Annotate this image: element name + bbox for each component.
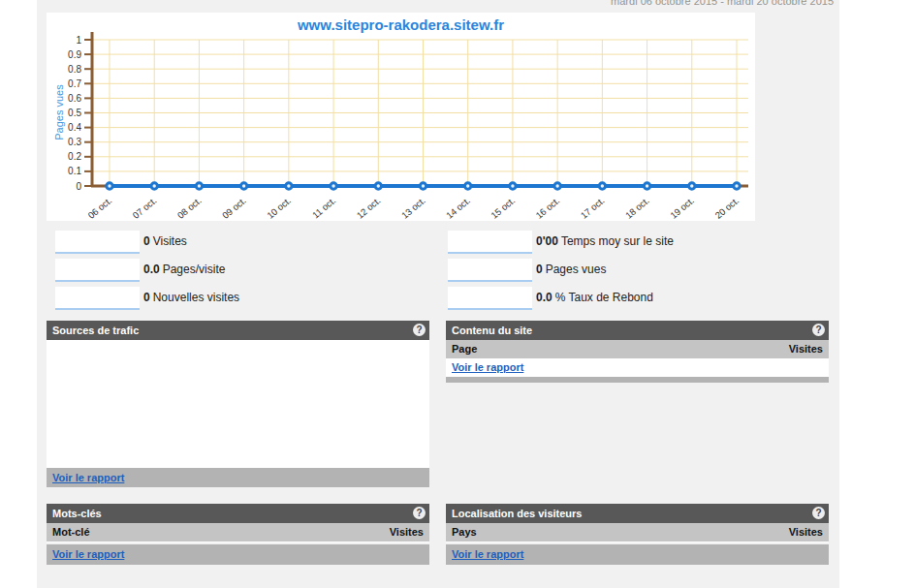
stat-row-pages-vues: 0Pages vues <box>448 259 816 284</box>
stat-row-temps-moyen: 0'00Temps moy sur le site <box>448 231 816 256</box>
sparkline-box <box>55 231 140 254</box>
panel-header: Sources de trafic ? <box>47 321 429 340</box>
panel-header: Mots-clés ? <box>47 504 429 523</box>
stat-label: Nouvelles visites <box>153 291 239 304</box>
stat-value: 0 <box>143 234 150 248</box>
help-icon[interactable]: ? <box>413 507 426 519</box>
svg-text:11 oct.: 11 oct. <box>310 195 337 220</box>
stat-row-nouvelles-visites: 0Nouvelles visites <box>55 287 424 312</box>
panel-contenu-du-site: Contenu du site ? Page Visites Voir le r… <box>446 321 829 383</box>
stat-row-taux-rebond: 0.0% Taux de Rebond <box>448 287 816 312</box>
stat-text: 0'00Temps moy sur le site <box>536 234 674 248</box>
svg-text:14 oct.: 14 oct. <box>444 195 472 221</box>
column-header-row: Pays Visites <box>446 523 829 542</box>
svg-text:16 oct.: 16 oct. <box>534 195 562 221</box>
svg-text:12 oct.: 12 oct. <box>355 195 383 221</box>
svg-text:0.9: 0.9 <box>68 49 81 60</box>
panel-header: Localisation des visiteurs ? <box>446 504 829 523</box>
column-header-pays: Pays <box>452 523 477 542</box>
column-header-mot-cle: Mot-clé <box>52 523 90 542</box>
voir-le-rapport-link[interactable]: Voir le rapport <box>52 472 124 483</box>
stat-value: 0 <box>143 291 150 304</box>
svg-text:0.5: 0.5 <box>68 108 81 118</box>
svg-text:0.3: 0.3 <box>68 137 81 147</box>
panel-title: Sources de trafic <box>52 325 139 336</box>
stat-text: 0Nouvelles visites <box>143 291 239 304</box>
help-icon[interactable]: ? <box>812 324 825 336</box>
voir-le-rapport-link[interactable]: Voir le rapport <box>52 548 124 560</box>
sparkline-box <box>448 259 532 282</box>
stat-label: Pages/visite <box>163 263 226 276</box>
svg-text:06 oct.: 06 oct. <box>85 195 113 221</box>
panel-mots-cles: Mots-clés ? Mot-clé Visites Voir le rapp… <box>47 504 429 565</box>
sparkline-box <box>448 287 532 310</box>
svg-text:0: 0 <box>76 181 81 192</box>
chart-canvas: 00.10.20.30.40.50.60.70.80.9106 oct.07 o… <box>47 13 755 221</box>
panel-title: Mots-clés <box>52 508 102 519</box>
svg-text:0.8: 0.8 <box>68 64 81 75</box>
stat-text: 0.0% Taux de Rebond <box>536 291 653 304</box>
stat-label: Temps moy sur le site <box>561 234 674 248</box>
panel-header: Contenu du site ? <box>446 321 829 340</box>
analytics-dashboard-page: mardi 06 octobre 2015 - mardi 20 octobre… <box>0 0 915 588</box>
stat-value: 0 <box>536 263 543 276</box>
svg-text:08 oct.: 08 oct. <box>175 195 204 221</box>
panel-sources-de-trafic: Sources de trafic ? Voir le rapport <box>47 321 429 487</box>
link-row: Voir le rapport <box>446 544 829 565</box>
panel-body <box>47 340 429 468</box>
panel-localisation-visiteurs: Localisation des visiteurs ? Pays Visite… <box>446 504 829 565</box>
stat-label: Pages vues <box>546 263 607 276</box>
panel-title: Localisation des visiteurs <box>452 508 583 519</box>
sparkline-box <box>55 287 140 310</box>
svg-text:10 oct.: 10 oct. <box>265 195 293 221</box>
stat-text: 0.0Pages/visite <box>143 263 225 276</box>
panel-title: Contenu du site <box>452 325 532 336</box>
stat-value: 0.0 <box>143 263 160 276</box>
svg-text:19 oct.: 19 oct. <box>668 195 696 221</box>
stat-row-visites: 0Visites <box>55 231 424 256</box>
voir-le-rapport-link[interactable]: Voir le rapport <box>452 361 523 373</box>
panel-footer-strip <box>446 377 829 383</box>
panel-footer: Voir le rapport <box>47 468 429 487</box>
column-header-visites: Visites <box>789 523 823 542</box>
stat-value: 0'00 <box>536 234 558 248</box>
svg-text:17 oct.: 17 oct. <box>579 195 607 221</box>
stat-value: 0.0 <box>536 291 552 304</box>
svg-text:0.1: 0.1 <box>68 166 81 176</box>
help-icon[interactable]: ? <box>413 324 426 336</box>
stat-text: 0Visites <box>143 234 187 248</box>
svg-text:07 oct.: 07 oct. <box>131 195 159 221</box>
column-header-visites: Visites <box>789 340 823 358</box>
sparkline-box <box>55 259 140 282</box>
svg-text:0.2: 0.2 <box>68 151 81 162</box>
svg-text:20 oct.: 20 oct. <box>712 195 741 221</box>
link-row: Voir le rapport <box>446 358 829 377</box>
help-icon[interactable]: ? <box>812 507 825 519</box>
stat-text: 0Pages vues <box>536 263 606 276</box>
svg-text:0.6: 0.6 <box>68 93 81 104</box>
date-range-label[interactable]: mardi 06 octobre 2015 - mardi 20 octobre… <box>611 0 834 7</box>
svg-text:18 oct.: 18 oct. <box>623 195 651 221</box>
svg-text:1: 1 <box>76 35 81 46</box>
column-header-row: Mot-clé Visites <box>47 523 429 542</box>
svg-text:0.7: 0.7 <box>68 78 81 89</box>
svg-text:13 oct.: 13 oct. <box>399 195 427 221</box>
sparkline-box <box>448 231 532 254</box>
stat-label: % Taux de Rebond <box>555 291 653 304</box>
column-header-row: Page Visites <box>446 340 829 358</box>
column-header-visites: Visites <box>390 523 424 542</box>
svg-text:0.4: 0.4 <box>68 122 81 133</box>
stat-row-pages-visite: 0.0Pages/visite <box>55 259 424 284</box>
visits-chart: www.sitepro-rakodera.sitew.fr Pages vues… <box>47 13 755 221</box>
svg-text:15 oct.: 15 oct. <box>489 195 517 221</box>
column-header-page: Page <box>452 340 477 358</box>
voir-le-rapport-link[interactable]: Voir le rapport <box>452 548 523 560</box>
link-row: Voir le rapport <box>47 544 429 565</box>
svg-text:09 oct.: 09 oct. <box>220 195 248 221</box>
dashboard-container: mardi 06 octobre 2015 - mardi 20 octobre… <box>37 0 839 588</box>
stat-label: Visites <box>153 234 187 248</box>
